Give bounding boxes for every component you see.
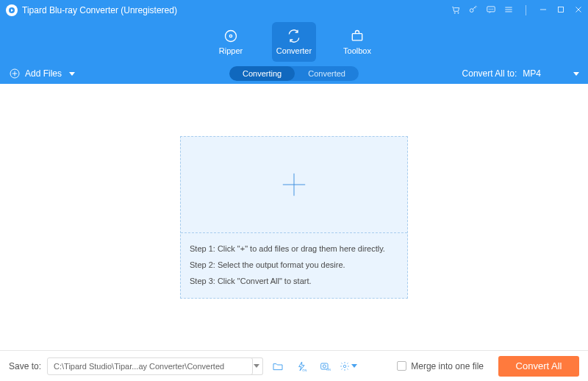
svg-point-27 xyxy=(343,365,346,368)
output-format-value: MP4 xyxy=(523,68,541,79)
tab-converting[interactable]: Converting xyxy=(229,66,295,81)
svg-rect-12 xyxy=(559,7,564,12)
settings-button[interactable] xyxy=(340,357,357,375)
merge-checkbox[interactable]: Merge into one file xyxy=(397,361,484,371)
menu-icon[interactable] xyxy=(503,4,514,17)
drop-zone: Step 1: Click "+" to add files or drag t… xyxy=(180,136,408,299)
save-path-field[interactable]: C:\Tipard Studio\Tipar...ay Converter\Co… xyxy=(47,357,253,375)
convert-all-button[interactable]: Convert All xyxy=(498,356,579,377)
chevron-down-icon xyxy=(573,72,579,76)
svg-text:ON: ON xyxy=(302,368,306,371)
save-path-value: C:\Tipard Studio\Tipar...ay Converter\Co… xyxy=(54,362,224,371)
window-title: Tipard Blu-ray Converter (Unregistered) xyxy=(22,5,177,15)
key-icon[interactable] xyxy=(468,4,478,17)
tab-converted[interactable]: Converted xyxy=(295,66,359,81)
main-nav: Ripper Converter Toolbox xyxy=(0,21,588,63)
nav-toolbox[interactable]: Toolbox xyxy=(335,22,379,62)
svg-point-16 xyxy=(229,35,232,37)
cart-icon[interactable] xyxy=(451,4,461,17)
add-files-button[interactable]: Add Files xyxy=(9,68,75,79)
plus-icon xyxy=(280,171,308,199)
instructions: Step 1: Click "+" to add files or drag t… xyxy=(181,233,407,298)
high-speed-button[interactable]: ON xyxy=(316,357,334,375)
app-logo xyxy=(6,4,18,16)
svg-point-3 xyxy=(470,8,473,12)
nav-ripper-label: Ripper xyxy=(219,46,243,55)
feedback-icon[interactable] xyxy=(486,4,496,17)
merge-label: Merge into one file xyxy=(411,361,484,371)
status-tabs: Converting Converted xyxy=(229,66,359,81)
nav-converter-label: Converter xyxy=(276,46,312,55)
chevron-down-icon xyxy=(69,72,75,76)
maximize-button[interactable] xyxy=(556,4,566,17)
save-to-label: Save to: xyxy=(9,361,41,371)
titlebar: Tipard Blu-ray Converter (Unregistered) xyxy=(0,0,588,21)
checkbox-box xyxy=(397,361,406,371)
step-1: Step 1: Click "+" to add files or drag t… xyxy=(190,241,398,257)
svg-point-6 xyxy=(491,9,492,10)
add-files-label: Add Files xyxy=(25,68,62,79)
svg-point-5 xyxy=(489,9,490,10)
open-folder-button[interactable] xyxy=(269,357,287,375)
nav-converter[interactable]: Converter xyxy=(272,22,316,62)
svg-rect-17 xyxy=(352,34,362,40)
gpu-accel-button[interactable]: ON xyxy=(293,357,310,375)
bottom-bar: Save to: C:\Tipard Studio\Tipar...ay Con… xyxy=(0,350,588,381)
output-format-select[interactable]: MP4 xyxy=(523,68,579,79)
svg-point-1 xyxy=(454,13,455,13)
svg-point-2 xyxy=(458,13,459,13)
convert-all-to-label: Convert All to: xyxy=(462,68,517,79)
step-2: Step 2: Select the output format you des… xyxy=(190,257,398,273)
sub-toolbar: Add Files Converting Converted Convert A… xyxy=(0,63,588,84)
svg-point-15 xyxy=(226,31,237,42)
nav-toolbox-label: Toolbox xyxy=(343,46,371,55)
svg-text:ON: ON xyxy=(326,368,331,371)
save-path-dropdown[interactable] xyxy=(247,357,263,375)
main-area: Step 1: Click "+" to add files or drag t… xyxy=(0,84,588,350)
svg-point-7 xyxy=(492,9,493,10)
svg-point-25 xyxy=(323,365,326,368)
minimize-button[interactable] xyxy=(538,4,548,17)
close-button[interactable] xyxy=(573,4,584,17)
nav-ripper[interactable]: Ripper xyxy=(209,22,253,62)
add-files-dropzone[interactable] xyxy=(181,137,407,232)
step-3: Step 3: Click "Convert All" to start. xyxy=(190,273,398,289)
